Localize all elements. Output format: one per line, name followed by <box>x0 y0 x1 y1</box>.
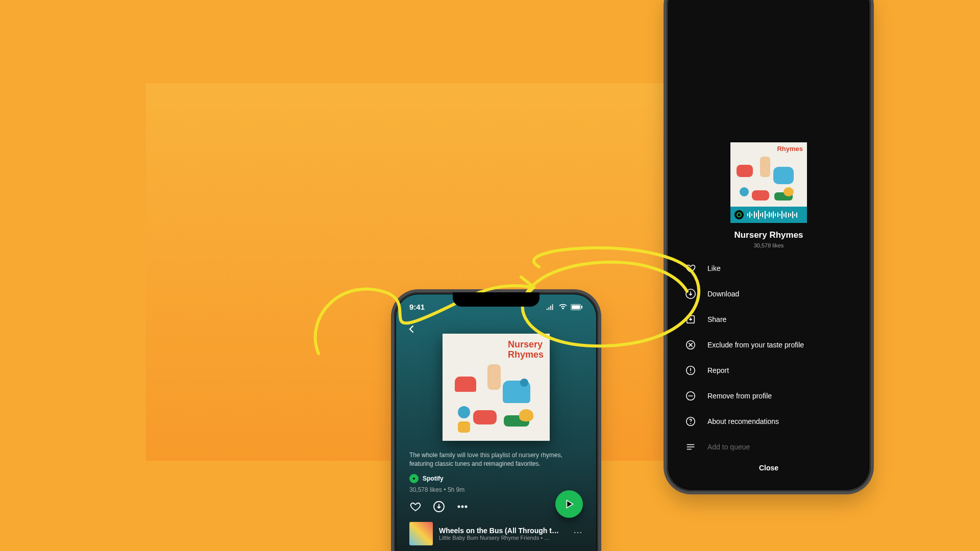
playlist-description: The whole family will love this playlist… <box>396 451 596 469</box>
menu-item-about[interactable]: About recomendations <box>669 409 869 434</box>
playlist-cover[interactable]: Nursery Rhymes <box>443 334 550 441</box>
svg-point-14 <box>690 372 691 373</box>
status-indicators <box>546 303 583 311</box>
svg-point-8 <box>577 532 579 533</box>
cover-title: Rhymes <box>777 145 803 153</box>
dots-icon <box>573 528 583 538</box>
menu-item-like[interactable]: Like <box>669 256 869 281</box>
menu-item-label: Share <box>707 315 726 323</box>
battery-icon <box>571 304 583 310</box>
menu-item-remove[interactable]: Remove from profile <box>669 383 869 409</box>
context-cover: Rhymes <box>730 142 807 223</box>
menu-item-report[interactable]: Report <box>669 358 869 383</box>
like-button[interactable] <box>409 500 422 515</box>
alert-icon <box>685 365 696 376</box>
minus-circle-icon <box>685 390 696 402</box>
download-button[interactable] <box>433 500 445 515</box>
menu-item-exclude[interactable]: Exclude from your taste profile <box>669 332 869 358</box>
svg-point-4 <box>458 506 459 507</box>
svg-point-6 <box>465 506 467 507</box>
phone-playlist-view: 9:41 Nursery Rhymes <box>394 292 598 551</box>
queue-icon <box>685 441 696 453</box>
menu-item-label: Download <box>707 290 739 298</box>
heart-icon <box>685 263 696 274</box>
svg-point-5 <box>461 506 463 507</box>
menu-item-label: Add to queue <box>707 443 750 451</box>
svg-rect-1 <box>572 305 580 309</box>
track-art <box>409 522 433 545</box>
x-circle-icon <box>685 339 696 350</box>
back-button[interactable] <box>407 323 415 336</box>
track-more-button[interactable] <box>573 528 583 540</box>
inset-panel: 9:41 Nursery Rhymes <box>146 83 817 461</box>
context-menu: LikeDownloadShareExclude from your taste… <box>669 256 869 460</box>
menu-item-label: Report <box>707 366 729 374</box>
menu-item-label: Exclude from your taste profile <box>707 341 804 349</box>
download-icon <box>685 288 696 299</box>
svg-rect-2 <box>581 306 582 309</box>
heart-icon <box>409 500 422 513</box>
menu-item-label: Like <box>707 264 721 272</box>
cover-illustration <box>443 334 550 441</box>
track-subtitle: Little Baby Bum Nursery Rhyme Friends • … <box>439 535 567 541</box>
context-title: Nursery Rhymes <box>669 230 869 240</box>
by-label: Spotify <box>423 475 444 482</box>
menu-item-share[interactable]: Share <box>669 307 869 332</box>
play-icon <box>564 498 575 510</box>
menu-item-download[interactable]: Download <box>669 281 869 307</box>
download-icon <box>433 500 445 513</box>
track-title: Wheels on the Bus (All Through t… <box>439 527 567 535</box>
spotify-code-bars <box>747 210 797 219</box>
playlist-by[interactable]: Spotify <box>396 474 596 483</box>
question-icon <box>685 416 696 427</box>
menu-item-label: Remove from profile <box>707 392 772 400</box>
svg-point-17 <box>690 423 691 424</box>
close-button[interactable]: Close <box>669 464 869 472</box>
spotify-code[interactable] <box>730 207 807 223</box>
menu-item-queue[interactable]: Add to queue <box>669 434 869 460</box>
more-button[interactable] <box>456 500 469 515</box>
menu-item-label: About recomendations <box>707 417 779 425</box>
svg-point-7 <box>574 532 576 533</box>
context-likes: 30,578 likes <box>669 242 869 248</box>
spotify-logo-icon <box>734 210 744 219</box>
track-row[interactable]: Wheels on the Bus (All Through t… Little… <box>396 515 596 545</box>
share-icon <box>685 314 696 325</box>
phone-options-menu: Rhymes Nurs <box>667 0 871 491</box>
status-time: 9:41 <box>409 303 425 311</box>
screen-playlist: 9:41 Nursery Rhymes <box>396 294 596 551</box>
play-button[interactable] <box>555 490 583 518</box>
playlist-actions-row <box>396 500 596 515</box>
dots-icon <box>456 500 469 513</box>
screen-options: Rhymes Nurs <box>669 0 869 489</box>
svg-point-9 <box>580 532 582 533</box>
chevron-left-icon <box>407 325 415 333</box>
signal-icon <box>546 304 555 310</box>
wifi-icon <box>558 304 568 310</box>
spotify-logo-icon <box>409 474 419 483</box>
